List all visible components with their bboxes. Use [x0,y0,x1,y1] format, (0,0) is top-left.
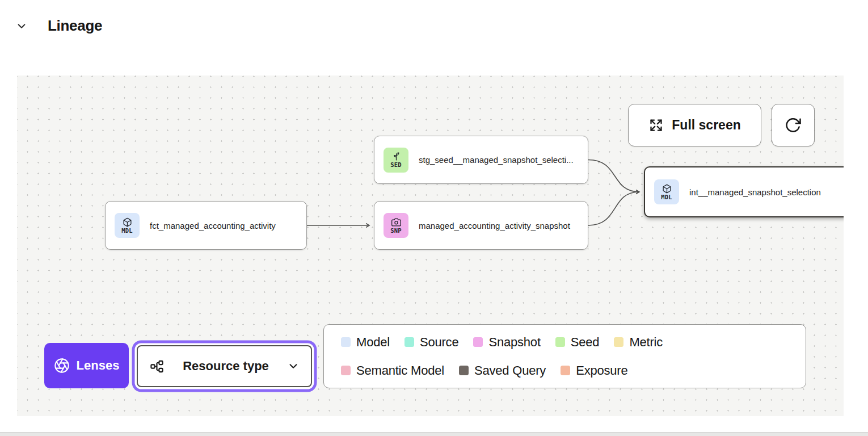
node-label: managed_accounting_activity_snapshot [419,221,570,230]
model-swatch [341,337,351,347]
snapshot-badge: SNP [384,213,408,238]
legend-item-saved-query: Saved Query [459,363,546,378]
node-label: int__managed_snapshot_selection [689,187,821,197]
lenses-button[interactable]: Lenses [44,343,129,388]
lineage-node-fct-model[interactable]: MDL fct_managed_accounting_activity [105,201,307,250]
model-badge-type: MDL [121,228,133,234]
camera-icon [391,217,401,227]
semantic-model-swatch [341,366,351,375]
legend-item-snapshot: Snapshot [473,335,540,350]
node-label: fct_managed_accounting_activity [150,221,276,230]
resource-type-label: Resource type [172,359,279,374]
node-label: stg_seed__managed_snapshot_selecti... [419,155,574,165]
section-header: Lineage [15,17,102,35]
seed-badge: SED [384,148,408,173]
model-badge: MDL [654,179,679,204]
bottom-divider [0,432,868,436]
refresh-icon [785,117,802,134]
cube-icon [123,217,132,227]
full-screen-label: Full screen [672,118,740,133]
sprout-icon [391,152,401,161]
seed-badge-type: SED [390,162,402,168]
legend-item-source: Source [404,335,459,350]
legend-item-semantic-model: Semantic Model [341,363,444,378]
legend-item-seed: Seed [555,335,600,350]
lineage-node-seed[interactable]: SED stg_seed__managed_snapshot_selecti..… [374,136,588,184]
legend-item-exposure: Exposure [561,363,627,378]
model-badge: MDL [115,213,140,238]
snapshot-badge-type: SNP [390,228,402,234]
legend-item-metric: Metric [614,335,663,350]
metric-swatch [614,337,623,347]
exposure-swatch [561,366,570,375]
snapshot-swatch [473,337,483,347]
expand-icon [648,118,664,133]
collapse-chevron-icon[interactable] [15,19,28,33]
hierarchy-icon [149,359,165,374]
lenses-label: Lenses [77,358,120,373]
lineage-page: Lineage Full screen [0,0,868,436]
lineage-node-int-model-selected[interactable]: MDL int__managed_snapshot_selection [644,166,844,217]
seed-swatch [555,337,565,347]
cube-icon [662,184,672,194]
lineage-node-snapshot[interactable]: SNP managed_accounting_activity_snapshot [374,201,588,250]
saved-query-swatch [459,366,469,375]
refresh-button[interactable] [772,104,815,146]
source-swatch [404,337,414,347]
chevron-down-icon [287,360,300,372]
full-screen-button[interactable]: Full screen [628,104,761,146]
aperture-icon [54,358,70,374]
resource-type-legend: Model Source Snapshot Seed Metric Sema [323,324,806,388]
resource-type-dropdown[interactable]: Resource type [137,345,312,387]
lineage-canvas[interactable]: Full screen SED stg_seed__managed_snapsh… [17,76,844,416]
legend-item-model: Model [341,335,390,350]
page-title: Lineage [48,17,102,35]
model-badge-type: MDL [661,194,672,200]
